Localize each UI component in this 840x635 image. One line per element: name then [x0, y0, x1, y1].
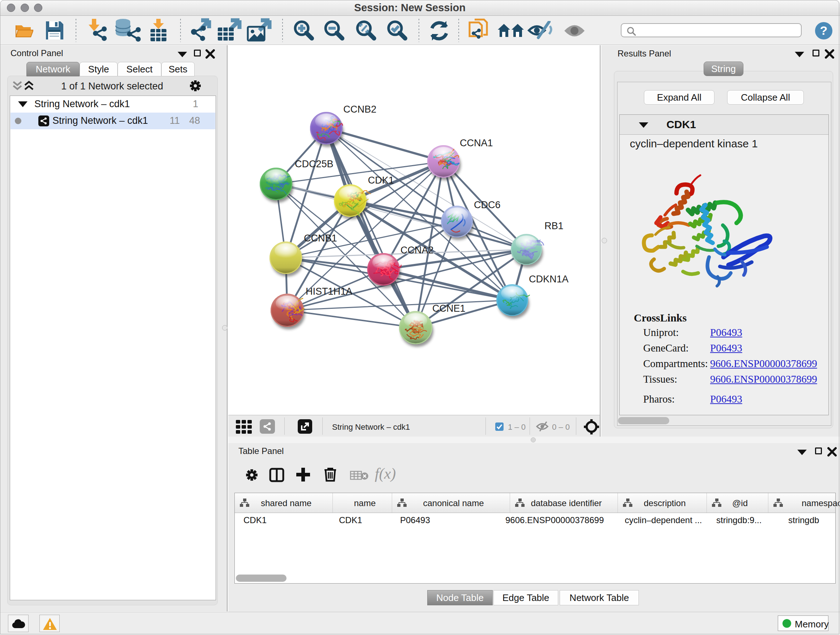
svg-text:CCNA1: CCNA1 — [460, 138, 493, 149]
svg-text:RB1: RB1 — [545, 220, 564, 231]
svg-text:CCNB1: CCNB1 — [304, 233, 337, 244]
svg-text:CDC6: CDC6 — [474, 200, 501, 211]
svg-text:CDC25B: CDC25B — [295, 158, 333, 169]
svg-text:CDKN1A: CDKN1A — [529, 274, 569, 285]
svg-text:CCNE1: CCNE1 — [432, 303, 466, 314]
svg-text:?: ? — [820, 24, 828, 37]
svg-text:CDK1: CDK1 — [368, 175, 394, 186]
svg-text:CCNA2: CCNA2 — [401, 245, 434, 256]
svg-text:HIST1H1A: HIST1H1A — [306, 286, 352, 297]
svg-text:CCNB2: CCNB2 — [343, 104, 377, 115]
